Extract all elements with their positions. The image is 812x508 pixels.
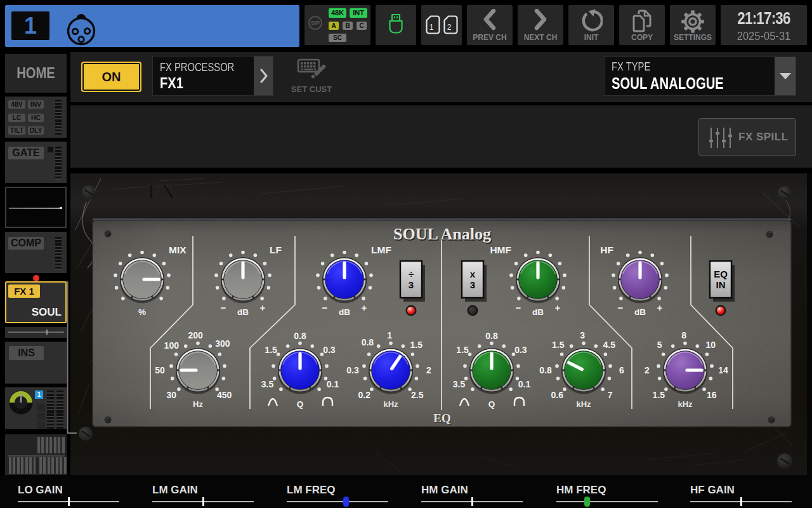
svg-text:0.8: 0.8 bbox=[539, 365, 552, 375]
svg-text:1: 1 bbox=[387, 330, 392, 340]
svg-text:0.6: 0.6 bbox=[551, 390, 564, 400]
svg-text:+: + bbox=[260, 302, 266, 313]
svg-text:3: 3 bbox=[409, 279, 414, 290]
svg-text:−: − bbox=[516, 302, 521, 313]
svg-text:LMF: LMF bbox=[371, 244, 391, 255]
svg-text:kHz: kHz bbox=[678, 399, 693, 409]
svg-text:3.5: 3.5 bbox=[453, 379, 466, 389]
svg-text:0.3: 0.3 bbox=[346, 365, 359, 375]
svg-text:−: − bbox=[322, 302, 328, 313]
svg-text:50: 50 bbox=[155, 365, 165, 375]
svg-text:2.5: 2.5 bbox=[411, 390, 424, 400]
svg-text:2: 2 bbox=[447, 23, 452, 32]
svg-text:x: x bbox=[470, 269, 476, 279]
svg-text:16: 16 bbox=[707, 390, 717, 400]
svg-text:kHz: kHz bbox=[576, 399, 591, 409]
svg-text:0.8: 0.8 bbox=[294, 331, 306, 341]
svg-text:1.5: 1.5 bbox=[410, 340, 423, 350]
svg-text:kHz: kHz bbox=[383, 399, 398, 409]
svg-text:SOUL Analog: SOUL Analog bbox=[393, 225, 491, 243]
svg-text:+: + bbox=[555, 302, 561, 313]
svg-text:300: 300 bbox=[215, 338, 230, 349]
svg-text:HMF: HMF bbox=[490, 244, 511, 255]
svg-text:%: % bbox=[138, 307, 146, 317]
svg-text:3.5: 3.5 bbox=[261, 379, 274, 389]
svg-text:EQ: EQ bbox=[433, 411, 450, 425]
svg-text:2: 2 bbox=[426, 365, 431, 375]
svg-text:0.8: 0.8 bbox=[362, 337, 374, 347]
svg-text:MIX: MIX bbox=[169, 244, 187, 255]
svg-text:3: 3 bbox=[470, 279, 475, 290]
svg-text:8: 8 bbox=[681, 330, 686, 340]
svg-text:FX: FX bbox=[147, 180, 176, 203]
svg-text:dB: dB bbox=[237, 307, 249, 317]
svg-text:EQ: EQ bbox=[714, 269, 728, 279]
svg-text:IN: IN bbox=[716, 279, 726, 290]
svg-text:HF: HF bbox=[600, 244, 613, 255]
svg-text:200: 200 bbox=[188, 330, 204, 340]
svg-text:0.3: 0.3 bbox=[323, 345, 336, 355]
svg-text:dB: dB bbox=[634, 307, 646, 317]
svg-text:+: + bbox=[657, 302, 663, 313]
svg-text:3: 3 bbox=[580, 330, 585, 340]
svg-text:LF: LF bbox=[270, 244, 282, 255]
svg-text:10: 10 bbox=[706, 340, 716, 350]
svg-text:1.5: 1.5 bbox=[265, 345, 277, 355]
svg-text:14: 14 bbox=[718, 365, 728, 375]
svg-text:Hz: Hz bbox=[193, 399, 203, 409]
svg-text:dB: dB bbox=[532, 307, 544, 317]
svg-text:7: 7 bbox=[608, 390, 613, 400]
svg-text:0.8: 0.8 bbox=[485, 331, 498, 341]
svg-text:dB: dB bbox=[339, 307, 350, 317]
svg-text:2: 2 bbox=[645, 365, 650, 375]
svg-text:÷: ÷ bbox=[409, 269, 414, 279]
svg-text:−: − bbox=[221, 302, 226, 313]
svg-text:1: 1 bbox=[429, 23, 434, 32]
svg-text:4.5: 4.5 bbox=[603, 340, 616, 350]
svg-text:0.3: 0.3 bbox=[514, 345, 527, 355]
svg-text:0.1: 0.1 bbox=[327, 379, 339, 389]
svg-text:450: 450 bbox=[217, 390, 232, 400]
svg-text:0.1: 0.1 bbox=[518, 379, 531, 389]
svg-text:+: + bbox=[362, 302, 367, 313]
svg-text:1.5: 1.5 bbox=[653, 390, 665, 400]
svg-text:100: 100 bbox=[164, 340, 180, 351]
svg-text:1.5: 1.5 bbox=[552, 340, 565, 350]
svg-text:Q: Q bbox=[488, 399, 495, 409]
svg-text:6: 6 bbox=[619, 365, 624, 375]
svg-text:1.5: 1.5 bbox=[456, 345, 469, 355]
svg-text:Q: Q bbox=[297, 399, 304, 409]
svg-text:0.2: 0.2 bbox=[358, 390, 371, 400]
svg-text:30: 30 bbox=[167, 390, 177, 400]
svg-text:5: 5 bbox=[657, 340, 662, 350]
svg-text:−: − bbox=[618, 302, 624, 313]
